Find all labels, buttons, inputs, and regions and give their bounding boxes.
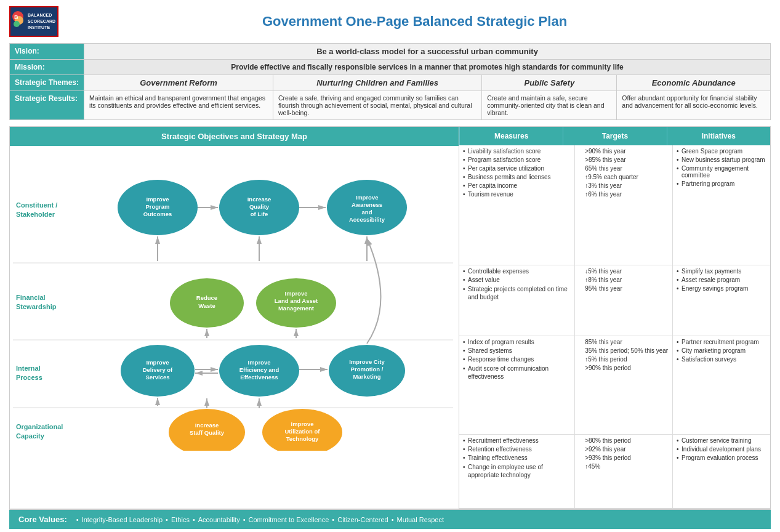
strategy-map-header: Strategic Objectives and Strategy Map (10, 127, 459, 146)
svg-text:Outcomes: Outcomes (143, 211, 172, 217)
svg-text:Stakeholder: Stakeholder (16, 211, 55, 218)
measure-item: Recruitment effectiveness (463, 437, 571, 444)
svg-text:Management: Management (278, 305, 315, 312)
svg-text:Technology: Technology (286, 435, 319, 442)
init-item: Individual development plans (677, 446, 766, 453)
svg-text:Effectiveness: Effectiveness (240, 374, 278, 381)
init-item: Green Space program (677, 148, 766, 155)
svg-text:Promotion /: Promotion / (351, 366, 384, 373)
target-item: ↑9.5% each quarter (579, 174, 669, 180)
bullet-icon: • (392, 516, 394, 523)
svg-text:Waste: Waste (198, 302, 215, 309)
core-values-bar: Core Values: • Integrity-Based Leadershi… (9, 509, 771, 529)
init-item: Partnering program (677, 180, 766, 187)
init-item: Asset resale program (677, 276, 766, 283)
target-item: >90% this period (579, 365, 669, 371)
financial-initiatives: Simplify tax payments Asset resale progr… (673, 265, 770, 336)
theme-1: Government Reform (84, 75, 273, 91)
init-item: Simplify tax payments (677, 268, 766, 275)
svg-text:Constituent /: Constituent / (16, 201, 57, 209)
svg-text:Improve: Improve (147, 359, 169, 366)
logo: B BALANCED SCORECARD INSTITUTE (9, 6, 58, 37)
core-value-1: Integrity-Based Leadership (82, 516, 163, 523)
svg-text:and: and (362, 209, 372, 216)
result-2: Create a safe, thriving and engaged comm… (273, 91, 481, 120)
result-4: Offer abundant opportunity for financial… (617, 91, 771, 120)
init-item: City marketing program (677, 347, 766, 354)
bullet-icon: • (193, 516, 195, 523)
org-data: Recruitment effectiveness Retention effe… (459, 435, 770, 509)
targets-header: Targets (563, 127, 666, 145)
bullet-icon: • (76, 516, 79, 523)
measure-item: Index of program results (463, 339, 571, 345)
core-value-2: Ethics (171, 516, 190, 523)
core-value-4: Commitment to Excellence (249, 516, 329, 523)
svg-text:Increase: Increase (247, 196, 271, 203)
svg-text:Improve: Improve (285, 290, 308, 297)
svg-text:Stewardship: Stewardship (16, 303, 57, 310)
svg-text:Delivery of: Delivery of (143, 366, 173, 373)
measure-item: Controllable expenses (463, 268, 571, 275)
measure-item: Business permits and licenses (463, 174, 571, 180)
bullet-icon: • (166, 516, 168, 523)
svg-text:Staff Quality: Staff Quality (190, 429, 225, 436)
bullet-icon: • (332, 516, 334, 523)
measure-item: Tourism revenue (463, 191, 571, 198)
logo-line2: SCORECARD (28, 18, 55, 25)
logo-line3: INSTITUTE (28, 25, 55, 31)
target-item: >85% this year (579, 156, 669, 163)
measure-item: Retention effectiveness (463, 446, 571, 453)
theme-4: Economic Abundance (617, 75, 771, 91)
svg-text:Financial: Financial (16, 294, 46, 301)
strategy-map-svg: Constituent / Stakeholder Financial Stew… (13, 149, 453, 451)
target-item: ↑8% this year (579, 276, 669, 283)
target-item: >80% this period (579, 437, 669, 444)
init-item: Program evaluation process (677, 454, 766, 461)
init-item: New business startup program (677, 156, 766, 163)
svg-text:Internal: Internal (16, 365, 41, 372)
internal-initiatives: Partner recruitment program City marketi… (673, 336, 770, 434)
svg-text:of Life: of Life (251, 211, 268, 217)
svg-text:Accessibility: Accessibility (349, 216, 385, 223)
svg-text:Quality: Quality (249, 203, 270, 210)
svg-text:Reduce: Reduce (196, 294, 217, 301)
measures-header: Measures (459, 127, 563, 145)
svg-text:Improve: Improve (291, 421, 314, 427)
theme-2: Nurturing Children and Families (273, 75, 481, 91)
internal-measures: Index of program results Shared systems … (459, 336, 575, 434)
svg-text:Services: Services (145, 374, 169, 381)
init-item: Partner recruitment program (677, 339, 766, 345)
target-item: ↑5% this period (579, 356, 669, 363)
measure-item: Shared systems (463, 347, 571, 354)
org-targets: >80% this period >92% this year >93% thi… (575, 435, 673, 508)
bullet-icon: • (243, 516, 246, 523)
svg-text:Awareness: Awareness (352, 201, 382, 208)
mission-text: Provide effective and fiscally responsib… (84, 60, 771, 75)
target-item: >90% this year (579, 148, 669, 155)
main-grid: Strategic Objectives and Strategy Map Co… (9, 126, 771, 509)
init-item: Satisfaction surveys (677, 356, 766, 363)
init-item: Customer service training (677, 437, 766, 444)
core-value-3: Accountability (198, 516, 240, 523)
svg-text:Capacity: Capacity (16, 432, 45, 440)
internal-targets: 85% this year 35% this period; 50% this … (575, 336, 673, 434)
target-item: 95% this year (579, 285, 669, 292)
target-item: 85% this year (579, 339, 669, 345)
measure-item: Change in employee use of appropriate te… (463, 463, 571, 479)
result-3: Create and maintain a safe, secure commu… (482, 91, 617, 120)
constituent-measures: Livability satisfaction score Program sa… (459, 145, 575, 265)
vision-text: Be a world-class model for a successful … (84, 44, 771, 60)
financial-data: Controllable expenses Asset value Strate… (459, 265, 770, 336)
target-item: >92% this year (579, 446, 669, 453)
measure-item: Response time changes (463, 356, 571, 363)
right-headers: Measures Targets Initiatives (459, 127, 770, 145)
mission-label: Mission: (10, 60, 84, 75)
core-value-5: Citizen-Centered (337, 516, 388, 523)
target-item: 65% this year (579, 165, 669, 172)
svg-text:Land and Asset: Land and Asset (275, 297, 318, 304)
results-label: Strategic Results: (10, 91, 84, 120)
constituent-targets: >90% this year >85% this year 65% this y… (575, 145, 673, 265)
financial-measures: Controllable expenses Asset value Strate… (459, 265, 575, 336)
right-section: Measures Targets Initiatives Livability … (459, 127, 770, 509)
target-item: ↑6% this year (579, 191, 669, 198)
